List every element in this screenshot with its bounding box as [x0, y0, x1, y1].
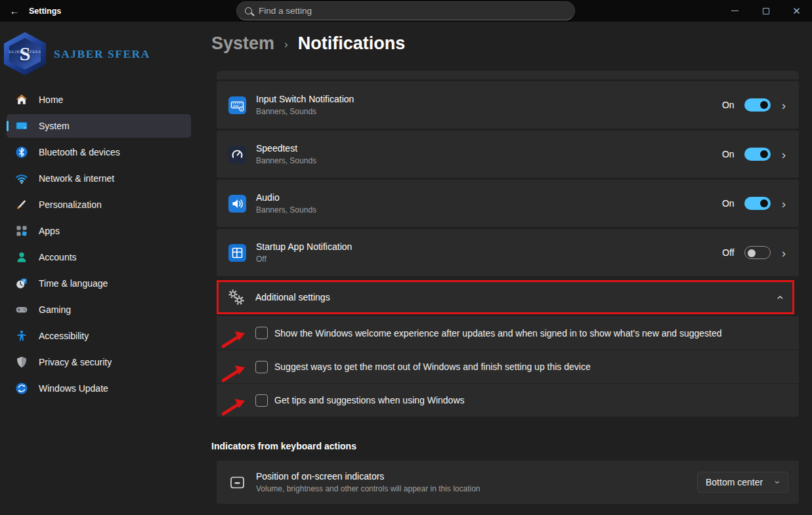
additional-settings-label: Additional settings [255, 292, 330, 302]
toggle-state-label: Off [722, 247, 734, 258]
sidebar-item-label: Apps [39, 226, 60, 236]
chevron-down-icon: › [773, 481, 784, 484]
close-button[interactable]: ✕ [781, 0, 812, 22]
main-content: System › Notifications Input Switch Noti… [211, 22, 799, 504]
sidebar-item-label: Windows Update [39, 383, 108, 394]
search-placeholder: Find a setting [259, 6, 312, 16]
sidebar-item-home[interactable]: Home [7, 88, 191, 112]
toggle-switch[interactable] [744, 98, 771, 112]
sidebar-item-network-internet[interactable]: Network & internet [7, 167, 191, 190]
checkbox-label: Show the Windows welcome experience afte… [274, 328, 722, 339]
sidebar-nav: Home System Bluetooth & devices Network … [0, 88, 200, 400]
row-title: Startup App Notification [256, 241, 352, 252]
sidebar-item-label: System [39, 121, 70, 131]
bluetooth-icon [15, 146, 28, 159]
row-subtitle: Volume, brightness and other controls wi… [256, 484, 481, 493]
on-screen-indicator-icon [228, 474, 246, 491]
toggle-knob [748, 249, 756, 257]
row-subtitle: Banners, Sounds [256, 156, 316, 165]
sidebar-item-windows-update[interactable]: Windows Update [7, 377, 191, 400]
notification-row[interactable]: Speedtest Banners, Sounds On › [217, 131, 799, 178]
sidebar-item-label: Bluetooth & devices [39, 147, 120, 157]
gaming-icon [15, 303, 28, 316]
row-title: Position of on-screen indicators [256, 471, 481, 482]
minimize-icon [731, 10, 738, 12]
keyboard-app-icon [228, 96, 246, 114]
notification-row[interactable]: Audio Banners, Sounds On › [217, 180, 799, 227]
close-icon: ✕ [792, 6, 801, 16]
toggle-state-label: On [722, 149, 735, 159]
logo-letter: S [4, 32, 46, 75]
additional-settings-row[interactable]: Additional settings › [217, 280, 794, 314]
checkbox-label: Get tips and suggestions when using Wind… [274, 395, 465, 405]
notification-row[interactable]: Startup App Notification Off Off › [217, 229, 799, 276]
system-icon [15, 119, 28, 133]
sidebar-item-privacy-security[interactable]: Privacy & security [7, 350, 191, 374]
breadcrumb: System › Notifications [211, 33, 799, 54]
chevron-right-icon[interactable]: › [782, 148, 786, 161]
search-input[interactable]: Find a setting [236, 1, 575, 20]
sidebar-item-label: Network & internet [39, 173, 114, 184]
toggle-knob [760, 150, 768, 158]
sidebar-item-label: Accessibility [39, 331, 89, 341]
position-dropdown[interactable]: Bottom center › [697, 472, 788, 493]
partially-visible-row[interactable] [217, 71, 799, 79]
privacy-icon [15, 356, 28, 369]
brand-logo-icon: S SAJBER SFERA [4, 32, 46, 75]
row-title: Audio [256, 192, 316, 203]
sidebar-item-gaming[interactable]: Gaming [7, 298, 191, 321]
sidebar: S SAJBER SFERA SAJBER SFERA Home System … [0, 22, 200, 515]
chevron-right-icon[interactable]: › [782, 99, 786, 112]
breadcrumb-separator-icon: › [284, 38, 288, 51]
toggle-knob [760, 199, 768, 207]
time-language-icon [15, 277, 28, 290]
audio-app-icon [228, 195, 246, 213]
sidebar-item-system[interactable]: System [7, 114, 191, 138]
notification-row[interactable]: Input Switch Notification Banners, Sound… [217, 81, 799, 129]
windows-update-icon [15, 382, 28, 395]
checkbox-row[interactable]: Show the Windows welcome experience afte… [217, 316, 799, 350]
checkbox-row[interactable]: Suggest ways to get the most out of Wind… [217, 350, 799, 383]
row-title: Input Switch Notification [256, 94, 354, 104]
toggle-switch[interactable] [744, 246, 771, 259]
sidebar-item-label: Privacy & security [39, 357, 112, 367]
sidebar-item-apps[interactable]: Apps [7, 219, 191, 243]
row-title: Speedtest [256, 143, 316, 154]
sidebar-item-time-language[interactable]: Time & language [7, 272, 191, 295]
home-icon [15, 93, 28, 106]
chevron-right-icon[interactable]: › [782, 247, 786, 259]
checkbox-row[interactable]: Get tips and suggestions when using Wind… [217, 383, 799, 417]
maximize-button[interactable] [750, 0, 781, 22]
speedtest-app-icon [228, 146, 246, 163]
back-button[interactable]: ← [0, 0, 29, 22]
toggle-switch[interactable] [744, 148, 771, 161]
toggle-state-label: On [722, 100, 735, 110]
section-heading: Indicators from keyboard actions [211, 441, 799, 451]
account-brand[interactable]: S SAJBER SFERA SAJBER SFERA [4, 30, 196, 77]
row-subtitle: Banners, Sounds [256, 107, 354, 116]
minimize-button[interactable] [719, 0, 750, 22]
accounts-icon [15, 251, 28, 264]
toggle-switch[interactable] [744, 197, 771, 210]
additional-settings-options: Show the Windows welcome experience afte… [217, 316, 799, 417]
sidebar-item-label: Time & language [39, 278, 108, 289]
row-subtitle: Banners, Sounds [256, 205, 316, 215]
sidebar-item-personalization[interactable]: Personalization [7, 193, 191, 216]
checkbox[interactable] [255, 327, 268, 339]
annotation-arrow-icon [221, 329, 248, 349]
sidebar-item-accounts[interactable]: Accounts [7, 245, 191, 269]
startup-app-icon [228, 244, 246, 262]
sidebar-item-bluetooth-devices[interactable]: Bluetooth & devices [7, 140, 191, 164]
checkbox[interactable] [255, 361, 268, 373]
chevron-right-icon[interactable]: › [782, 197, 786, 210]
apps-icon [15, 224, 28, 237]
checkbox[interactable] [255, 394, 268, 407]
breadcrumb-parent[interactable]: System [211, 33, 274, 54]
toggle-knob [760, 101, 768, 109]
notification-rows: Input Switch Notification Banners, Sound… [217, 81, 799, 276]
back-arrow-icon: ← [10, 5, 20, 16]
chevron-up-icon[interactable]: › [773, 295, 786, 299]
sidebar-item-accessibility[interactable]: Accessibility [7, 324, 191, 348]
sidebar-item-label: Accounts [39, 252, 77, 262]
checkbox-label: Suggest ways to get the most out of Wind… [274, 361, 591, 372]
